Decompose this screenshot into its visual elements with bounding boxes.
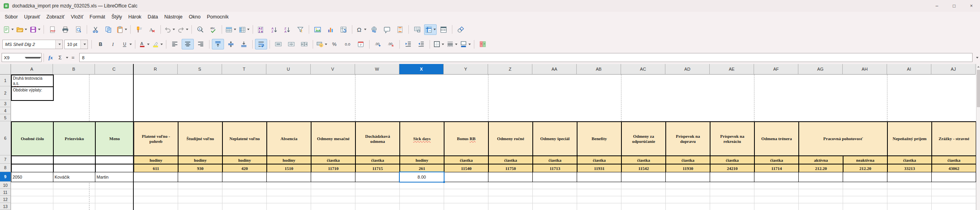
border-color-button[interactable] bbox=[459, 39, 472, 49]
row-header-5[interactable]: 5 bbox=[0, 114, 11, 121]
spelling-button[interactable]: abc bbox=[207, 24, 219, 35]
close-button[interactable]: × bbox=[963, 0, 980, 12]
print-area-button[interactable] bbox=[411, 24, 423, 35]
equals-icon[interactable]: = bbox=[69, 55, 77, 60]
save-button[interactable] bbox=[29, 24, 41, 35]
cell-AI6[interactable]: Nepeňažný príjem bbox=[887, 121, 932, 156]
minimize-button[interactable]: – bbox=[928, 0, 945, 12]
column-header-AI[interactable]: AI bbox=[887, 64, 931, 75]
font-size-combo[interactable]: 10 pt bbox=[64, 40, 88, 49]
headers-footers-button[interactable] bbox=[394, 24, 406, 35]
scrollbar-up-icon[interactable] bbox=[976, 64, 980, 69]
cell-U7[interactable]: hodiny bbox=[266, 155, 311, 164]
menu-upravit[interactable]: Upraviť bbox=[21, 13, 43, 21]
border-color-dropdown-icon[interactable] bbox=[468, 44, 471, 45]
cell-AA6[interactable]: Odmeny špeciál bbox=[532, 121, 577, 156]
percent-button[interactable]: % bbox=[329, 39, 341, 49]
row-header-9[interactable]: 9 bbox=[0, 172, 11, 182]
cell-AE6[interactable]: Príspevok na rekreáciu bbox=[710, 121, 755, 156]
maximize-button[interactable]: □ bbox=[945, 0, 963, 12]
open-button[interactable] bbox=[15, 24, 28, 35]
name-box-dropdown-icon[interactable] bbox=[22, 53, 41, 62]
insert-chart-button[interactable] bbox=[324, 24, 337, 35]
cell-AB7[interactable]: čiastka bbox=[577, 155, 622, 164]
font-color-button[interactable]: A bbox=[138, 39, 150, 49]
cell-S7[interactable]: hodiny bbox=[178, 155, 223, 164]
insert-row-dropdown-icon[interactable] bbox=[234, 29, 236, 30]
column-header-AH[interactable]: AH bbox=[843, 64, 887, 75]
cell-AD8[interactable]: 11930 bbox=[665, 164, 710, 173]
cell-Z6[interactable]: Odmeny ročné bbox=[488, 121, 533, 156]
cell-V7[interactable]: čiastka bbox=[311, 155, 356, 164]
center-vertically-button[interactable] bbox=[225, 39, 237, 49]
menu-pomocnik[interactable]: Pomocník bbox=[204, 13, 232, 21]
redo-button[interactable] bbox=[177, 24, 189, 35]
cell-R6[interactable]: Platené voľno - pohreb bbox=[133, 121, 179, 156]
column-header-AJ[interactable]: AJ bbox=[931, 64, 976, 75]
hyperlink-button[interactable] bbox=[368, 24, 380, 35]
cell-X6[interactable]: Sick days bbox=[399, 121, 444, 156]
row-header-10[interactable]: 10 bbox=[0, 182, 11, 189]
cell-AF7[interactable]: čiastka bbox=[754, 155, 799, 164]
cut-button[interactable] bbox=[89, 24, 102, 35]
cell-AG6[interactable]: Pracovná pohotovosť bbox=[798, 121, 888, 156]
column-header-AG[interactable]: AG bbox=[798, 64, 843, 75]
highlight-color-dropdown-icon[interactable] bbox=[160, 44, 163, 45]
cell-AJ9[interactable] bbox=[931, 172, 976, 182]
borders-button[interactable] bbox=[432, 39, 445, 49]
underline-button[interactable]: U bbox=[120, 39, 133, 49]
column-header-Z[interactable]: Z bbox=[488, 64, 532, 75]
special-character-button[interactable]: Ω bbox=[355, 24, 367, 35]
autofilter-button[interactable] bbox=[294, 24, 306, 35]
sort-button[interactable]: AZZA bbox=[255, 24, 268, 35]
cell-AH9[interactable] bbox=[843, 172, 887, 182]
cell-AA7[interactable]: čiastka bbox=[532, 155, 577, 164]
cell-AB6[interactable]: Benefity bbox=[577, 121, 622, 156]
cell-B9[interactable]: Kováčik bbox=[53, 172, 95, 182]
split-window-button[interactable] bbox=[437, 24, 450, 35]
cell-AH7[interactable]: neaktívna bbox=[843, 155, 888, 164]
column-header-AA[interactable]: AA bbox=[532, 64, 577, 75]
row-header-3[interactable]: 3 bbox=[0, 100, 11, 107]
currency-button[interactable]: € bbox=[315, 39, 328, 49]
cell-AA9[interactable] bbox=[532, 172, 577, 182]
cell-S6[interactable]: Študijné voľno bbox=[178, 121, 223, 156]
sum-icon[interactable]: Σ bbox=[56, 55, 64, 60]
column-header-B[interactable]: B bbox=[53, 64, 95, 75]
cell-W6[interactable]: Dochádzková odmena bbox=[355, 121, 400, 156]
cell-R8[interactable]: 611 bbox=[133, 164, 179, 173]
cell-Z8[interactable]: 11750 bbox=[488, 164, 533, 173]
decrease-indent-button[interactable] bbox=[415, 39, 427, 49]
cell-AC9[interactable] bbox=[621, 172, 666, 182]
column-header-Y[interactable]: Y bbox=[444, 64, 488, 75]
cell-T9[interactable] bbox=[222, 172, 267, 182]
bold-button[interactable]: B bbox=[94, 39, 106, 49]
cell-Z9[interactable] bbox=[488, 172, 533, 182]
cell-AI7[interactable]: čiastka bbox=[887, 155, 932, 164]
currency-dropdown-icon[interactable] bbox=[325, 44, 327, 45]
menu-nastroje[interactable]: Nástroje bbox=[161, 13, 186, 21]
row-header-13[interactable]: 13 bbox=[0, 203, 11, 210]
cell-T6[interactable]: Neplatené voľno bbox=[222, 121, 267, 156]
cell-AH8[interactable]: 212.20 bbox=[843, 164, 888, 173]
open-dropdown-icon[interactable] bbox=[25, 29, 27, 30]
cell-S8[interactable]: 930 bbox=[178, 164, 223, 173]
insert-column-button[interactable] bbox=[238, 24, 250, 35]
font-name-combo[interactable]: MS Shell Dlg 2 bbox=[2, 40, 63, 49]
cell-U6[interactable]: Absencia bbox=[266, 121, 311, 156]
column-header-AF[interactable]: AF bbox=[754, 64, 798, 75]
underline-dropdown-icon[interactable] bbox=[129, 44, 132, 45]
cell-W9[interactable] bbox=[355, 172, 400, 182]
selection-fill-handle[interactable] bbox=[443, 181, 445, 183]
cell-AG8[interactable]: 212.20 bbox=[798, 164, 843, 173]
cell-R9[interactable] bbox=[133, 172, 178, 182]
cell-A1[interactable]: Druhá testovacia a.s. bbox=[11, 75, 54, 87]
cell-B8[interactable] bbox=[53, 164, 96, 173]
column-header-S[interactable]: S bbox=[178, 64, 222, 75]
menu-subor[interactable]: Súbor bbox=[2, 13, 21, 21]
special-character-dropdown-icon[interactable] bbox=[364, 29, 366, 30]
border-style-dropdown-icon[interactable] bbox=[455, 44, 457, 45]
clone-formatting-button[interactable] bbox=[133, 24, 145, 35]
sum-dropdown-icon[interactable] bbox=[66, 57, 68, 58]
new-button[interactable] bbox=[2, 24, 15, 35]
